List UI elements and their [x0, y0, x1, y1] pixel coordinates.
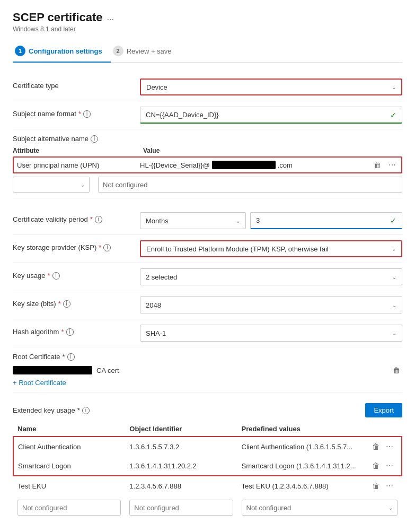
tab-label-review: Review + save	[127, 47, 172, 55]
san-val-redacted	[212, 161, 276, 169]
tab-label-configuration: Configuration settings	[29, 47, 102, 55]
eku-predefined-client-auth: Client Authentication (1.3.6.1.5.5.7...	[237, 437, 366, 456]
ksp-dropdown[interactable]: Enroll to Trusted Platform Module (TPM) …	[140, 240, 402, 257]
eku-row-smartcard: Smartcard Logon 1.3.6.1.4.1.311.20.2.2 S…	[13, 456, 402, 476]
san-second-row: ⌄ Not configured	[13, 177, 402, 193]
san-row-0: User principal name (UPN) HL-{{Device_Se…	[13, 156, 402, 173]
hash-algorithm-dropdown[interactable]: SHA-1 ⌄	[140, 325, 402, 342]
key-usage-value: 2 selected	[146, 273, 177, 281]
eku-predefined-dropdown[interactable]: Not configured ⌄	[242, 500, 398, 516]
san-more-button[interactable]: ⋯	[386, 160, 398, 170]
eku-col-predefined: Predefined values	[237, 422, 366, 437]
add-root-cert-link[interactable]: + Root Certificate	[13, 379, 66, 387]
subject-alt-name-section: Subject alternative name i Attribute Val…	[13, 129, 402, 198]
tab-number-2: 2	[113, 46, 123, 56]
ksp-required: *	[99, 243, 101, 251]
eku-row-test-eku: Test EKU 1.2.3.4.5.6.7.888 Test EKU (1.2…	[13, 476, 402, 495]
key-size-chevron-icon: ⌄	[392, 302, 396, 308]
cert-validity-label: Certificate validity period * i	[13, 212, 140, 223]
san-val-prefix: HL-{{Device_Serial}}@	[140, 161, 210, 169]
required-marker: *	[78, 110, 81, 118]
eku-row-new: Not configured ⌄	[13, 495, 402, 520]
hash-chevron-icon: ⌄	[392, 330, 396, 336]
key-size-required: *	[58, 300, 61, 308]
eku-table-header-row: Name Object Identifier Predefined values	[13, 422, 402, 437]
san-table-header: Attribute Value	[13, 147, 402, 156]
eku-table: Name Object Identifier Predefined values…	[13, 422, 402, 520]
san-attr-upn: User principal name (UPN)	[17, 161, 131, 169]
eku-label: Extended key usage	[13, 406, 75, 414]
hash-algorithm-value: SHA-1	[146, 329, 166, 337]
eku-name-input[interactable]	[17, 500, 121, 516]
eku-predefined-new[interactable]: Not configured ⌄	[237, 495, 402, 520]
ksp-value: Enroll to Trusted Platform Module (TPM) …	[146, 245, 329, 253]
san-info-icon[interactable]: i	[91, 135, 98, 143]
eku-more-smartcard[interactable]: ⋯	[384, 460, 395, 471]
info-icon[interactable]: i	[83, 110, 91, 118]
san-chevron-icon: ⌄	[81, 182, 85, 188]
eku-actions-smartcard: 🗑 ⋯	[366, 456, 402, 476]
root-cert-required: *	[63, 353, 65, 361]
key-size-control: 2048 ⌄	[140, 296, 402, 313]
validity-number-value: 3	[256, 216, 260, 224]
ksp-chevron-icon: ⌄	[392, 246, 396, 252]
export-button[interactable]: Export	[365, 403, 402, 417]
root-cert-info-icon[interactable]: i	[67, 353, 75, 361]
key-usage-row: Key usage * i 2 selected ⌄	[13, 263, 402, 291]
key-size-label: Key size (bits) * i	[13, 296, 140, 308]
eku-more-client-auth[interactable]: ⋯	[384, 441, 395, 452]
eku-more-test[interactable]: ⋯	[384, 481, 395, 491]
key-usage-label: Key usage * i	[13, 268, 140, 280]
validity-chevron-icon: ⌄	[236, 218, 240, 224]
san-attr-dropdown[interactable]: ⌄	[13, 177, 90, 193]
key-size-info-icon[interactable]: i	[63, 300, 70, 308]
key-size-dropdown[interactable]: 2048 ⌄	[140, 296, 402, 313]
eku-predefined-placeholder: Not configured	[246, 504, 292, 512]
subject-name-format-dropdown[interactable]: CN={{AAD_Device_ID}} ✓	[140, 107, 402, 124]
eku-name-smartcard: Smartcard Logon	[13, 456, 125, 476]
eku-predefined-chevron: ⌄	[388, 505, 393, 511]
san-delete-button[interactable]: 🗑	[372, 160, 383, 170]
validity-unit-dropdown[interactable]: Months ⌄	[140, 212, 246, 229]
san-label-row: Subject alternative name i	[13, 135, 402, 143]
key-usage-info-icon[interactable]: i	[52, 272, 60, 280]
eku-name-test: Test EKU	[13, 476, 125, 495]
ksp-label: Key storage provider (KSP) * i	[13, 240, 140, 251]
san-attr-header: Attribute	[13, 147, 135, 154]
certificate-type-dropdown[interactable]: Device ⌄	[140, 79, 402, 95]
hash-info-icon[interactable]: i	[66, 328, 74, 336]
validity-info-icon[interactable]: i	[95, 216, 102, 223]
validity-inputs: Months ⌄ 3 ✓	[140, 212, 402, 229]
eku-delete-client-auth[interactable]: 🗑	[370, 441, 382, 452]
root-cert-delete-button[interactable]: 🗑	[391, 365, 402, 376]
eku-col-actions	[366, 422, 402, 437]
eku-name-new[interactable]	[13, 495, 125, 520]
eku-delete-test[interactable]: 🗑	[370, 481, 382, 491]
eku-col-oid: Object Identifier	[125, 422, 237, 437]
ksp-info-icon[interactable]: i	[103, 244, 111, 251]
tab-configuration-settings[interactable]: 1 Configuration settings	[13, 41, 111, 63]
cert-validity-control: Months ⌄ 3 ✓	[140, 212, 402, 229]
eku-delete-smartcard[interactable]: 🗑	[370, 460, 382, 471]
certificate-type-control: Device ⌄	[140, 79, 402, 95]
page-subtitle: Windows 8.1 and later	[13, 25, 402, 33]
validity-number-field[interactable]: 3 ✓	[250, 212, 402, 229]
key-usage-dropdown[interactable]: 2 selected ⌄	[140, 268, 402, 285]
san-not-configured: Not configured	[98, 177, 402, 193]
eku-oid-new[interactable]	[125, 495, 237, 520]
hash-algorithm-row: Hash algorithm * i SHA-1 ⌄	[13, 319, 402, 347]
eku-required: *	[77, 406, 80, 414]
eku-predefined-test: Test EKU (1.2.3.4.5.6.7.888)	[237, 476, 366, 495]
eku-info-icon[interactable]: i	[82, 407, 90, 414]
validity-unit-value: Months	[146, 217, 169, 225]
eku-oid-input[interactable]	[129, 500, 233, 516]
subject-name-format-control: CN={{AAD_Device_ID}} ✓	[140, 107, 402, 124]
key-size-row: Key size (bits) * i 2048 ⌄	[13, 291, 402, 319]
form-section: Certificate type Device ⌄ Subject name f…	[13, 73, 402, 520]
page-title: SCEP certificate	[13, 11, 103, 24]
subject-name-format-label: Subject name format * i	[13, 107, 140, 118]
tab-review-save[interactable]: 2 Review + save	[111, 41, 180, 63]
hash-algorithm-label: Hash algorithm * i	[13, 325, 140, 336]
subject-name-format-value: CN={{AAD_Device_ID}}	[146, 111, 219, 119]
ellipsis-menu-icon[interactable]: ...	[107, 13, 114, 22]
